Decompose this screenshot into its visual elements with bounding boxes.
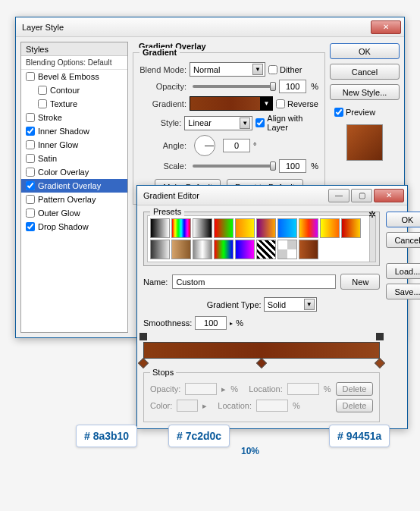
blend-mode-combo[interactable]: Normal ▼ (190, 62, 265, 77)
opacity-slider[interactable] (193, 85, 273, 88)
preset-swatch[interactable] (150, 218, 170, 238)
style-item[interactable]: Pattern Overlay (21, 193, 127, 206)
style-checkbox[interactable] (26, 113, 35, 122)
save-button[interactable]: Save... (386, 284, 420, 299)
style-checkbox[interactable] (26, 181, 35, 190)
preset-swatch[interactable] (214, 218, 234, 238)
new-style-button[interactable]: New Style... (330, 84, 400, 100)
style-item[interactable]: Bevel & Emboss (21, 70, 127, 83)
minimize-icon[interactable]: — (328, 189, 349, 202)
preview-checkbox[interactable]: Preview (334, 108, 400, 117)
reverse-checkbox[interactable]: Reverse (276, 99, 318, 108)
opacity-field[interactable] (185, 383, 217, 395)
preset-swatch[interactable] (171, 218, 191, 238)
cancel-button[interactable]: Cancel (386, 232, 420, 248)
style-checkbox[interactable] (26, 208, 35, 218)
preset-swatch[interactable] (256, 218, 276, 238)
style-checkbox[interactable] (38, 99, 47, 108)
style-item[interactable]: Inner Glow (21, 138, 127, 152)
preset-swatch[interactable] (235, 218, 255, 238)
scale-value[interactable]: 100 (279, 159, 306, 173)
delete-button[interactable]: Delete (336, 382, 374, 396)
location-field[interactable] (287, 383, 319, 395)
style-checkbox[interactable] (26, 127, 35, 136)
style-checkbox[interactable] (26, 140, 35, 149)
preset-swatch[interactable] (214, 240, 234, 259)
style-item[interactable]: Drop Shadow (21, 220, 127, 234)
style-item-label: Contour (50, 86, 80, 95)
preset-swatch[interactable] (277, 218, 297, 238)
opacity-stop[interactable] (376, 333, 384, 340)
ok-button[interactable]: OK (386, 212, 420, 227)
stops-panel: Stops Opacity: ▸% Location: % Delete Col… (143, 372, 380, 422)
align-checkbox[interactable]: Align with Layer (255, 114, 318, 132)
preset-swatch[interactable] (193, 218, 212, 238)
name-input[interactable] (172, 274, 336, 289)
preset-swatch[interactable] (235, 240, 255, 259)
color-swatch[interactable] (177, 400, 198, 412)
close-icon[interactable]: ✕ (371, 20, 401, 34)
ok-button[interactable]: OK (330, 43, 400, 59)
style-item[interactable]: Outer Glow (21, 206, 127, 220)
preset-swatch[interactable] (320, 218, 340, 238)
titlebar[interactable]: Layer Style ✕ (16, 17, 404, 37)
angle-value[interactable]: 0 (223, 139, 250, 152)
preset-swatch[interactable] (341, 218, 361, 238)
gradient-picker[interactable]: ▼ (190, 96, 273, 111)
preset-swatch[interactable] (277, 240, 297, 259)
color-stop-label: Color: (150, 401, 172, 410)
style-item[interactable]: Gradient Overlay (21, 179, 127, 193)
gradient-bar[interactable] (143, 342, 380, 359)
delete-button[interactable]: Delete (336, 399, 374, 412)
opacity-value[interactable]: 100 (279, 80, 306, 93)
location-field[interactable] (256, 400, 288, 412)
scrollbar[interactable] (370, 215, 376, 262)
style-item[interactable]: Satin (21, 152, 127, 165)
preset-swatch[interactable] (171, 240, 191, 259)
gear-icon[interactable]: ✲ (368, 209, 376, 220)
style-checkbox[interactable] (26, 72, 35, 81)
gradient-editor-window: Gradient Editor — ▢ ✕ Presets ✲ Name: Ne… (136, 185, 408, 429)
style-checkbox[interactable] (26, 222, 35, 231)
styles-header[interactable]: Styles (21, 42, 127, 56)
close-icon[interactable]: ✕ (374, 189, 404, 202)
maximize-icon[interactable]: ▢ (351, 189, 372, 202)
load-button[interactable]: Load... (386, 263, 420, 279)
gradient-type-combo[interactable]: Solid ▼ (264, 297, 317, 312)
smoothness-label: Smoothness: (143, 318, 192, 328)
color-stop[interactable] (376, 359, 384, 368)
cancel-button[interactable]: Cancel (330, 64, 400, 80)
style-item[interactable]: Color Overlay (21, 165, 127, 179)
titlebar[interactable]: Gradient Editor — ▢ ✕ (137, 186, 407, 205)
blending-options[interactable]: Blending Options: Default (21, 56, 127, 70)
style-checkbox[interactable] (26, 168, 35, 177)
style-item[interactable]: Inner Shadow (21, 124, 127, 138)
preset-swatch[interactable] (150, 240, 170, 259)
chevron-down-icon: ▼ (252, 64, 263, 75)
scale-slider[interactable] (193, 165, 273, 168)
preset-grid (147, 215, 370, 262)
color-stop[interactable] (139, 359, 147, 368)
angle-dial[interactable] (194, 135, 215, 156)
preview-swatch (346, 124, 383, 161)
style-checkbox[interactable] (26, 195, 35, 204)
preset-swatch[interactable] (256, 240, 276, 259)
preset-swatch[interactable] (299, 218, 318, 238)
preset-swatch[interactable] (299, 240, 318, 259)
style-combo[interactable]: Linear ▼ (184, 116, 252, 130)
opacity-stop[interactable] (139, 333, 147, 340)
new-button[interactable]: New (340, 274, 380, 290)
style-item[interactable]: Texture (21, 97, 127, 111)
style-item[interactable]: Stroke (21, 111, 127, 124)
color-stop[interactable] (258, 359, 265, 368)
style-item[interactable]: Contour (21, 83, 127, 97)
preset-swatch[interactable] (193, 240, 212, 259)
style-item-label: Texture (50, 99, 77, 108)
style-checkbox[interactable] (26, 154, 35, 163)
style-item-label: Stroke (38, 113, 62, 122)
chevron-down-icon[interactable]: ▸ (230, 320, 233, 327)
style-checkbox[interactable] (38, 86, 47, 95)
style-item-label: Color Overlay (38, 168, 89, 177)
dither-checkbox[interactable]: Dither (268, 65, 302, 74)
smoothness-value[interactable]: 100 (195, 316, 227, 330)
